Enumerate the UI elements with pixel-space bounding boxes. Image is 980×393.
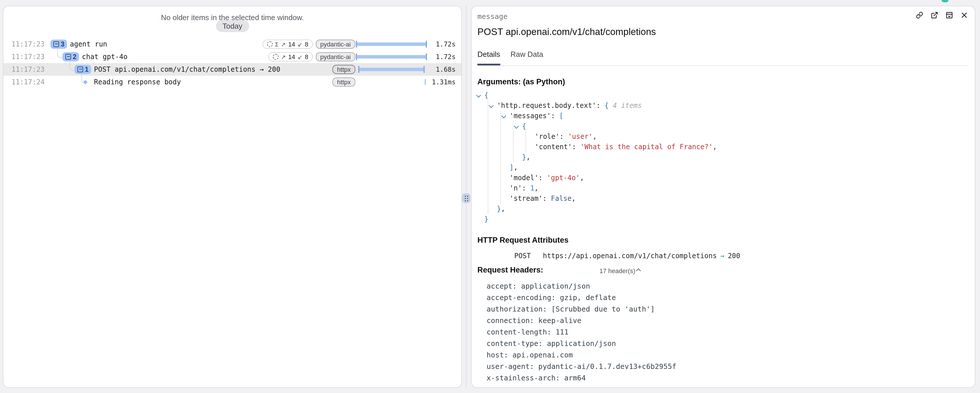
tokens-in: 8 [305,41,308,48]
link-icon[interactable] [916,11,923,19]
arrow-down-icon: ↙ [298,41,302,48]
collapse-count-badge[interactable]: 2 [62,52,80,61]
arrow-down-icon: ↙ [298,53,302,60]
duration-bar [356,41,427,48]
json-tree-line: 'content': 'What is the capital of Franc… [476,142,717,152]
duration-bar [356,53,427,60]
page-title: POST api.openai.com/v1/chat/completions [477,26,656,37]
header-line: accept-encoding: gzip, deflate [487,292,676,304]
json-tree-line: 'n': 1, [476,183,717,193]
duration-value: 1.72s [436,51,456,63]
collapse-icon [77,67,83,72]
json-tree-line: { [476,90,717,101]
span-timestamp: 11:17:23 [11,63,45,76]
child-count: 1 [85,66,89,73]
duration-value: 1.31ms [432,76,456,88]
token-icon [273,54,278,60]
header-line: x-stainless-arch: arm64 [487,372,676,384]
arrow-up-icon: ↗ [281,41,286,48]
span-label: agent run [70,38,107,51]
header-line: content-type: application/json [487,338,676,350]
tab-details[interactable]: Details [477,50,500,66]
request-summary-line: POSThttps://api.openai.com/v1/chat/compl… [489,244,740,268]
child-count: 3 [61,41,64,48]
span-detail-panel: message POST api.openai.com/v1/chat/comp… [471,6,975,388]
chevron-down-icon[interactable] [501,113,506,118]
request-status: 200 [728,252,740,260]
chevron-up-icon [636,268,641,273]
span-kind-label: message [477,12,508,21]
span-timestamp: 11:17:23 [11,38,45,51]
request-url: https://api.openai.com/v1/chat/completio… [543,252,717,260]
duration-bar [356,66,427,73]
close-icon[interactable] [961,11,968,19]
header-line: connection: keep-alive [487,315,676,326]
request-method: POST [514,252,531,260]
app-root: No older items in the selected time wind… [0,0,980,393]
duration-bar [356,78,427,85]
dock-bottom-icon[interactable] [946,11,953,19]
token-icon [267,41,273,47]
table-row[interactable]: 11:17:23 3 agent run Σ ↗14 ↙8 pydantic-a… [3,38,461,51]
request-headers-list: accept: application/jsonaccept-encoding:… [487,281,676,384]
header-line: accept: application/json [487,281,676,292]
collapse-count-badge[interactable]: 1 [75,65,91,74]
duration-value: 1.68s [436,63,456,76]
json-tree-line: 'model': 'gpt-4o', [476,173,717,183]
scope-tag: httpx [332,65,355,74]
today-button[interactable]: Today [215,20,249,32]
chevron-down-icon[interactable] [489,103,494,108]
scope-tag: httpx [332,77,355,86]
header-line: user-agent: pydantic-ai/0.1.7.dev13+c6b2… [487,361,676,372]
tab-divider [477,66,969,66]
tab-raw-data[interactable]: Raw Data [511,50,543,66]
tokens-out: 14 [288,41,296,48]
external-link-icon[interactable] [931,11,938,19]
chevron-down-icon[interactable] [514,124,519,129]
json-tree-line: 'stream': False, [476,193,717,204]
tree-connector [57,49,62,58]
arrow-right-icon: → [720,252,724,260]
tokens-in: 8 [305,53,308,60]
json-tree-line: }, [476,204,717,214]
tree-connector [69,61,75,70]
grip-icon [465,195,468,201]
duration-value: 1.72s [436,38,456,51]
span-label: chat gpt-4o [82,51,127,63]
sigma-icon: Σ [275,41,278,47]
trace-list-panel: No older items in the selected time wind… [3,6,462,388]
tokens-out: 14 [288,53,296,60]
span-label: Reading response body [94,76,181,88]
json-tree-line: 'http.request.body.text': { 4 items [476,101,717,111]
json-tree-line: ], [476,162,717,173]
json-tree-line: { [476,121,717,131]
json-tree-line: 'role': 'user', [476,131,717,142]
scope-tag: pydantic-ai [316,40,355,49]
collapse-icon [53,41,59,47]
headers-count-toggle[interactable]: 17 header(s) [600,267,640,274]
json-tree-line: }, [476,152,717,162]
arrow-up-icon: ↗ [281,53,286,60]
table-row[interactable]: 11:17:24 ◆ Reading response body httpx 1… [3,76,461,88]
collapse-count-badge[interactable]: 3 [51,40,67,49]
tree-connector [81,74,86,83]
token-stats-pill: Σ ↗14 ↙8 [262,40,313,49]
arguments-heading: Arguments: (as Python) [477,77,565,86]
token-stats-pill: ↗14 ↙8 [268,52,313,61]
header-line: authorization: [Scrubbed due to 'auth'] [487,304,676,315]
json-tree-line: 'messages': [ [476,111,717,121]
header-line: host: api.openai.com [487,350,676,361]
collapse-icon [65,54,71,60]
span-timestamp: 11:17:24 [11,76,45,88]
panel-resize-handle[interactable] [462,193,471,203]
child-count: 2 [73,53,76,60]
span-rows: 11:17:23 3 agent run Σ ↗14 ↙8 pydantic-a… [3,38,461,88]
arguments-json-tree: {'http.request.body.text': { 4 items'mes… [476,90,717,224]
json-tree-line: } [476,214,717,224]
chevron-down-icon[interactable] [476,93,481,98]
notification-sliver [942,0,948,2]
span-label: POST api.openai.com/v1/chat/completions … [94,63,280,76]
header-line: content-length: 111 [487,326,676,338]
request-headers-heading: Request Headers: [477,266,543,274]
detail-tabs: Details Raw Data [477,50,543,66]
